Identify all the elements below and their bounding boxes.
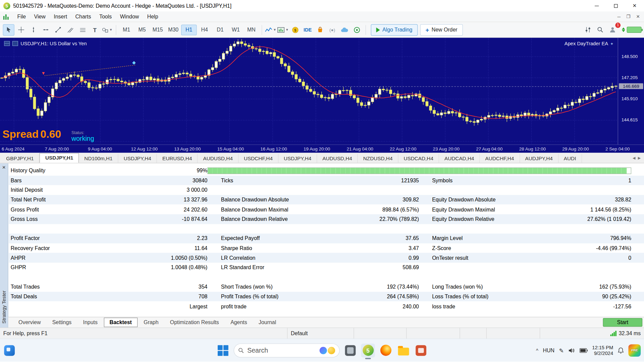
trendline-tool-button[interactable] [52, 24, 64, 36]
crosshair-tool-button[interactable] [15, 24, 26, 36]
cloud-button[interactable] [339, 24, 350, 36]
chart-tab-13[interactable]: AUDJPY,H4 [520, 154, 558, 163]
indicators-button[interactable]: ▼ [265, 24, 276, 36]
chart-tab-8[interactable]: AUDUSD,H4 [317, 154, 358, 163]
app-window-button[interactable] [343, 343, 358, 357]
tester-tab-graph[interactable]: Graph [138, 318, 164, 327]
tray-chevron-icon[interactable]: ^ [536, 348, 538, 353]
chart-tab-12[interactable]: AUDCHF,H4 [480, 154, 520, 163]
tester-tab-settings[interactable]: Settings [47, 318, 77, 327]
taskbar-clock[interactable]: 12:15 PM 9/2/2024 [592, 345, 613, 356]
explorer-taskbar-button[interactable] [396, 343, 411, 357]
chart-tab-4[interactable]: EURUSD,H4 [157, 154, 198, 163]
pre-badge-icon[interactable]: PRE [628, 344, 641, 357]
menu-tools[interactable]: Tools [95, 11, 116, 22]
menu-view[interactable]: View [30, 11, 50, 22]
depth-of-market-button[interactable] [582, 24, 593, 36]
start-menu-button[interactable] [216, 343, 230, 357]
timeframe-m15[interactable]: M15 [150, 24, 166, 35]
chart-tab-6[interactable]: USDCHF,H4 [238, 154, 278, 163]
timeframe-h4[interactable]: H4 [197, 24, 213, 35]
office-taskbar-button[interactable] [414, 343, 428, 357]
tester-tab-optimization-results[interactable]: Optimization Results [165, 318, 224, 327]
battery-icon[interactable] [579, 348, 587, 353]
chart-tab-10[interactable]: USDCAD,H4 [398, 154, 439, 163]
status-profile[interactable]: Default [287, 328, 354, 339]
signal-button[interactable]: (●) [326, 24, 338, 36]
mdi-close-icon[interactable]: ✕ [636, 14, 640, 19]
template-button[interactable]: ▼ [277, 24, 289, 36]
quick-panel-icon[interactable] [4, 41, 10, 46]
spread-overlay: Spread 0.60 [2, 129, 61, 139]
menu-help[interactable]: Help [143, 11, 162, 22]
chart-tab-0[interactable]: GBPJPY,H1 [1, 154, 39, 163]
scroll-left-icon[interactable]: ◀ [633, 156, 635, 160]
time-scale[interactable]: 6 Aug 20247 Aug 20:009 Aug 04:0012 Aug 1… [0, 144, 644, 153]
widgets-icon[interactable] [4, 345, 15, 356]
community-button[interactable] [351, 24, 363, 36]
scroll-right-icon[interactable]: ▶ [638, 156, 641, 160]
date-axis-label: 21 Aug 04:00 [346, 146, 373, 152]
start-button[interactable]: Start [603, 318, 643, 327]
equidistant-channel-tool-button[interactable] [77, 24, 88, 36]
close-button[interactable]: ✕ [625, 0, 644, 11]
chart-area[interactable]: 148.500147.205145.910144.615146.669 6 Au… [0, 38, 644, 153]
vertical-line-tool-button[interactable] [28, 24, 39, 36]
notification-bell-icon[interactable] [618, 347, 624, 354]
search-button[interactable] [594, 24, 606, 36]
ide-button[interactable]: IDE [302, 24, 313, 36]
horizontal-line-tool-button[interactable] [40, 24, 51, 36]
menu-insert[interactable]: Insert [50, 11, 71, 22]
volume-icon[interactable] [568, 348, 575, 353]
timeframe-m30[interactable]: M30 [165, 24, 181, 35]
menu-file[interactable]: File [13, 11, 30, 22]
channel-tool-button[interactable] [64, 24, 76, 36]
text-tool-button[interactable]: T [89, 24, 101, 36]
tester-close-icon[interactable]: ✕ [2, 165, 6, 170]
pen-input-icon[interactable]: ✎ [559, 347, 564, 354]
chart-window-icon[interactable] [12, 41, 18, 46]
chart-tab-3[interactable]: USDJPY,H4 [118, 154, 157, 163]
mdi-restore-icon[interactable]: ❐ [626, 14, 630, 19]
timeframe-h1[interactable]: H1 [181, 24, 197, 35]
chart-tab-1[interactable]: USDJPY,H1 [40, 153, 79, 163]
tester-tab-overview[interactable]: Overview [13, 318, 46, 327]
mt5-logo-icon: 5 [3, 2, 10, 9]
timeframe-w1[interactable]: W1 [228, 24, 244, 35]
taskbar-search[interactable]: Search [234, 343, 340, 357]
language-indicator[interactable]: HUN [543, 347, 554, 353]
firefox-taskbar-button[interactable] [379, 343, 393, 357]
timeframe-m1[interactable]: M1 [119, 24, 135, 35]
shapes-tool-button[interactable]: ▼ [101, 24, 113, 36]
tester-tab-inputs[interactable]: Inputs [78, 318, 103, 327]
chart-tab-5[interactable]: AUDUSD,H4 [198, 154, 239, 163]
chart-tab-9[interactable]: NZDUSD,H4 [358, 154, 398, 163]
timeframe-m5[interactable]: M5 [134, 24, 150, 35]
mdi-minimize-icon[interactable]: ─ [618, 14, 621, 19]
metatrader-window: 5 5019425729 - MetaQuotes-Demo: Demo Acc… [0, 0, 644, 362]
new-order-button[interactable]: + New Order [420, 24, 463, 36]
timeframe-d1[interactable]: D1 [212, 24, 228, 35]
market-button[interactable] [314, 24, 326, 36]
tester-tab-agents[interactable]: Agents [225, 318, 252, 327]
restore-button[interactable] [606, 0, 625, 11]
timeframe-mn[interactable]: MN [244, 24, 259, 35]
chart-tab-11[interactable]: AUDCAD,H4 [439, 154, 480, 163]
menu-charts[interactable]: Charts [71, 11, 95, 22]
tester-tab-backtest[interactable]: Backtest [104, 318, 138, 327]
tester-panel-title: Strategy Tester [1, 290, 7, 323]
cursor-tool-button[interactable] [3, 24, 14, 36]
notifications-button[interactable]: 1 [607, 24, 618, 36]
menu-window[interactable]: Window [116, 11, 143, 22]
price-scale[interactable]: 148.500147.205145.910144.615146.669 [618, 38, 644, 144]
chart-tab-14[interactable]: AUDI [558, 154, 582, 163]
tester-tab-journal[interactable]: Journal [253, 318, 281, 327]
equidistant-channel-icon [79, 27, 86, 33]
chart-tab-2[interactable]: ND100m,H1 [79, 154, 118, 163]
chart-tab-7[interactable]: USDJPY,H4 [278, 154, 317, 163]
metatrader-taskbar-button[interactable]: 5 [361, 343, 375, 357]
minimize-button[interactable] [587, 0, 606, 11]
tester-value: 796.94% [555, 235, 632, 241]
market-watch-button[interactable]: $ [289, 24, 301, 36]
algo-trading-button[interactable]: Algo Trading [371, 24, 418, 36]
